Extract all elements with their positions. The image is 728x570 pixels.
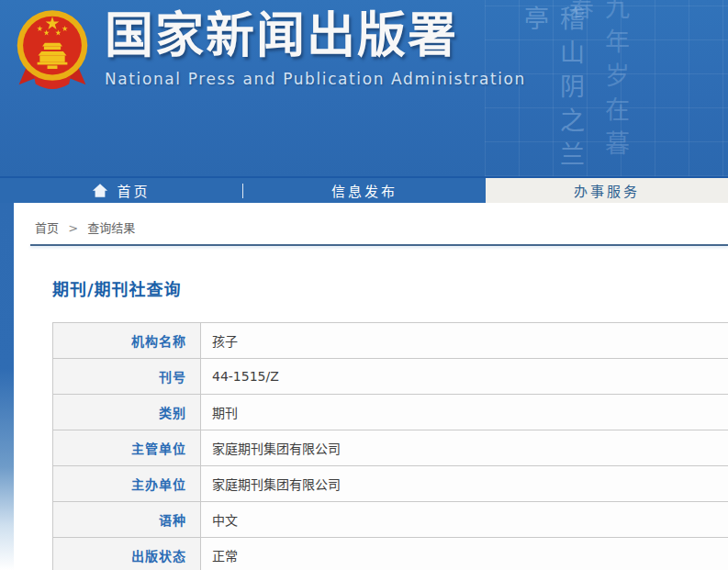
field-value: 44-1515/Z bbox=[201, 359, 728, 395]
nav-tab-home[interactable]: 首页 bbox=[0, 178, 242, 203]
nav-tab-label: 信息发布 bbox=[331, 181, 398, 200]
field-value: 正常 bbox=[201, 538, 728, 570]
breadcrumb-home[interactable]: 首页 bbox=[35, 221, 59, 235]
table-row: 主管单位家庭期刊集团有限公司 bbox=[53, 430, 728, 466]
nav-tab-news[interactable]: 信息发布 bbox=[243, 178, 486, 203]
left-gradient-strip bbox=[0, 203, 14, 570]
field-value: 期刊 bbox=[201, 395, 728, 430]
breadcrumb-current: 查询结果 bbox=[87, 221, 135, 235]
nav-tab-services[interactable]: 办事服务 bbox=[486, 178, 728, 203]
breadcrumb-divider bbox=[30, 244, 728, 246]
calligraphy-watermark: 九年岁在暮春 bbox=[562, 0, 633, 176]
journal-result-table: 机构名称孩子刊号44-1515/Z类别期刊主管单位家庭期刊集团有限公司主办单位家… bbox=[52, 322, 728, 570]
field-label: 出版状态 bbox=[53, 538, 201, 570]
site-title-block: 国家新闻出版署 National Press and Publication A… bbox=[105, 4, 526, 88]
page-title: 期刊/期刊社查询 bbox=[52, 276, 728, 300]
table-row: 类别期刊 bbox=[53, 395, 728, 430]
site-title-english: National Press and Publication Administr… bbox=[105, 70, 526, 88]
nav-tab-label: 首页 bbox=[117, 181, 150, 200]
field-value: 中文 bbox=[201, 502, 728, 538]
field-label: 主办单位 bbox=[53, 466, 201, 502]
field-value: 孩子 bbox=[201, 323, 728, 359]
calligraphy-watermark: 稽山阴之兰亭 bbox=[517, 6, 588, 176]
field-label: 语种 bbox=[53, 502, 201, 538]
table-row: 机构名称孩子 bbox=[53, 323, 728, 359]
field-value: 家庭期刊集团有限公司 bbox=[201, 466, 728, 502]
table-row: 刊号44-1515/Z bbox=[53, 359, 728, 395]
home-icon bbox=[92, 183, 108, 198]
field-label: 类别 bbox=[53, 395, 201, 430]
table-row: 语种中文 bbox=[53, 502, 728, 538]
site-title: 国家新闻出版署 bbox=[105, 4, 526, 68]
breadcrumb-separator: > bbox=[68, 221, 78, 235]
field-label: 主管单位 bbox=[53, 430, 201, 466]
nav-tab-label: 办事服务 bbox=[574, 181, 640, 200]
field-value: 家庭期刊集团有限公司 bbox=[201, 430, 728, 466]
main-nav: 首页 信息发布 办事服务 bbox=[0, 176, 728, 203]
content-area: 首页 > 查询结果 期刊/期刊社查询 机构名称孩子刊号44-1515/Z类别期刊… bbox=[0, 203, 728, 570]
breadcrumb: 首页 > 查询结果 bbox=[14, 203, 728, 244]
page: 稽山阴之兰亭 九年岁在暮春 国 bbox=[0, 0, 728, 570]
field-label: 机构名称 bbox=[53, 323, 201, 359]
table-row: 主办单位家庭期刊集团有限公司 bbox=[53, 466, 728, 502]
national-emblem-logo bbox=[15, 7, 90, 97]
site-header: 稽山阴之兰亭 九年岁在暮春 国 bbox=[0, 0, 728, 176]
field-label: 刊号 bbox=[53, 359, 201, 395]
table-row: 出版状态正常 bbox=[53, 538, 728, 570]
